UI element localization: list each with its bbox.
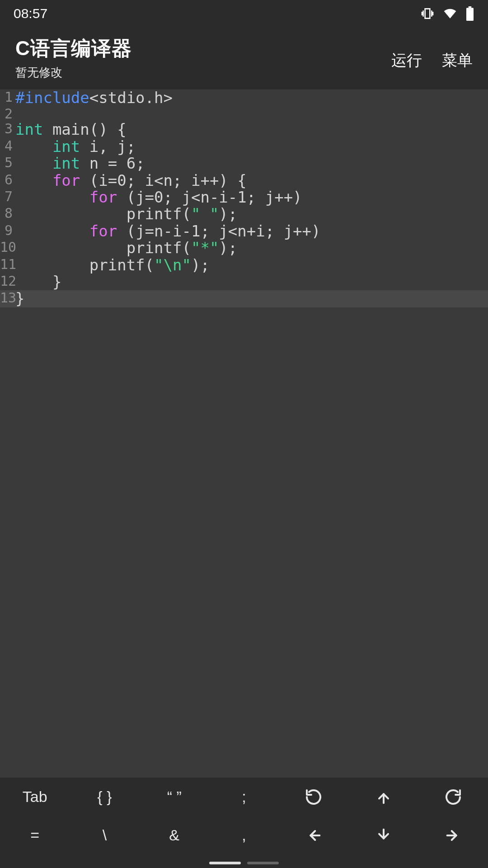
status-icons [420,6,474,21]
braces-key[interactable]: { } [70,778,139,816]
code-editor[interactable]: 1#include<stdio.h>23int main() {4 int i,… [0,90,488,791]
app-title: C语言编译器 [15,35,132,62]
line-number: 8 [0,206,15,222]
code-content[interactable]: printf("\n"); [15,257,210,274]
code-line[interactable]: 7 for (j=0; j<n-i-1; j++) [0,189,488,206]
undo-key[interactable] [279,778,348,816]
battery-icon [465,6,474,21]
redo-key[interactable] [418,778,488,816]
code-content[interactable]: for (j=n-i-1; j<n+i; j++) [15,223,321,240]
up-key[interactable] [348,778,418,816]
vibrate-icon [420,6,435,21]
code-line[interactable]: 10 printf("*"); [0,240,488,256]
left-icon [305,826,323,844]
code-line[interactable]: 4 int i, j; [0,138,488,155]
code-line[interactable]: 11 printf("\n"); [0,257,488,274]
run-button[interactable]: 运行 [391,50,422,71]
code-line[interactable]: 8 printf(" "); [0,206,488,222]
line-number: 2 [0,106,15,121]
down-icon [375,826,393,844]
left-key[interactable] [279,816,348,854]
code-line[interactable]: 9 for (j=n-i-1; j<n+i; j++) [0,223,488,240]
code-line[interactable]: 6 for (i=0; i<n; i++) { [0,172,488,189]
code-line[interactable]: 12 } [0,274,488,290]
line-number: 11 [0,257,15,274]
status-time: 08:57 [14,6,47,21]
line-number: 4 [0,138,15,155]
line-number: 7 [0,189,15,206]
code-line[interactable]: 5 int n = 6; [0,155,488,172]
code-content[interactable]: int n = 6; [15,155,145,172]
right-icon [444,826,462,844]
quotes-key[interactable]: “ ” [140,778,209,816]
status-bar: 08:57 [0,0,488,27]
app-header: C语言编译器 暂无修改 运行 菜单 [0,27,488,90]
code-content[interactable]: for (i=0; i<n; i++) { [15,172,247,189]
code-content[interactable]: } [15,274,61,290]
line-number: 9 [0,223,15,240]
code-line[interactable]: 2 [0,106,488,121]
line-number: 3 [0,121,15,138]
redo-icon [444,788,462,806]
tab-key[interactable]: Tab [0,778,70,816]
code-content[interactable]: int i, j; [15,138,136,155]
semicolon-key[interactable]: ; [209,778,279,816]
line-number: 1 [0,90,15,106]
symbol-keybar: Tab{ }“ ”;=\&, [0,778,488,854]
ampersand-key[interactable]: & [140,816,209,854]
backslash-key[interactable]: \ [70,816,139,854]
app-title-block: C语言编译器 暂无修改 [15,35,132,80]
svg-rect-0 [466,8,474,21]
wifi-icon [443,6,457,21]
down-key[interactable] [348,816,418,854]
right-key[interactable] [418,816,488,854]
code-line[interactable]: 1#include<stdio.h> [0,90,488,106]
header-actions: 运行 菜单 [391,50,473,71]
app-subtitle: 暂无修改 [15,65,132,80]
line-number: 10 [0,240,15,256]
code-content[interactable]: int main() { [15,121,127,138]
code-content[interactable]: } [15,290,24,307]
code-line[interactable]: 3int main() { [0,121,488,138]
equals-key[interactable]: = [0,816,70,854]
line-number: 5 [0,155,15,172]
svg-rect-1 [469,6,471,8]
comma-key[interactable]: , [209,816,279,854]
code-line[interactable]: 13} [0,290,488,307]
code-content[interactable]: for (j=0; j<n-i-1; j++) [15,189,302,206]
line-number: 6 [0,172,15,189]
code-content[interactable]: printf(" "); [15,206,237,222]
menu-button[interactable]: 菜单 [442,50,473,71]
nav-handle [209,862,279,864]
up-icon [375,788,393,806]
undo-icon [305,788,323,806]
line-number: 12 [0,274,15,290]
code-content[interactable]: printf("*"); [15,240,237,256]
line-number: 13 [0,290,15,307]
code-content[interactable]: #include<stdio.h> [15,90,173,106]
